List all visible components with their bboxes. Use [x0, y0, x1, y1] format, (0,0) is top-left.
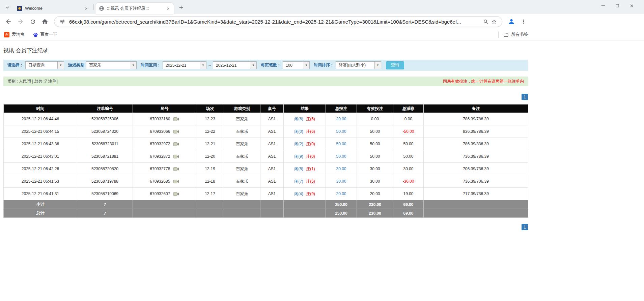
- tab-welcome[interactable]: Welcome: [13, 3, 92, 14]
- search-button[interactable]: 查询: [386, 61, 404, 69]
- page-number-button[interactable]: 1: [522, 94, 528, 100]
- site-settings-icon[interactable]: [58, 18, 66, 26]
- cell-payout: -50.00: [393, 125, 424, 138]
- filter-bar: 请选择： 日期查询 ▼ 游戏类别 百家乐 ▼ 时间区间： 2025-12-21 …: [3, 60, 528, 71]
- cell-table: AS1: [260, 113, 284, 125]
- refresh-button[interactable]: [27, 16, 38, 27]
- subtotal-label: 小计: [4, 200, 77, 209]
- browser-toolbar: 66cxkj98.com/game/betrecord_search/kind3…: [0, 14, 644, 29]
- chevron-down-icon: [4, 4, 10, 10]
- cell-session: 12-22: [196, 125, 224, 138]
- profile-avatar[interactable]: [506, 16, 517, 27]
- round-number-text: 670932607: [150, 191, 170, 196]
- cell-table: AS1: [260, 138, 284, 150]
- video-replay-icon[interactable]: [173, 129, 179, 134]
- bookmark-aitaobao[interactable]: 淘 爱淘宝: [4, 32, 25, 37]
- date-start-input[interactable]: 2025-12-21 ▼: [163, 61, 206, 69]
- cell-round-number: 670933160: [133, 113, 196, 125]
- cell-total-bet[interactable]: 20.00: [326, 188, 357, 200]
- video-replay-icon[interactable]: [173, 179, 179, 184]
- cell-note: 786.39/786.39: [424, 113, 528, 125]
- query-type-select[interactable]: 日期查询 ▼: [25, 61, 64, 69]
- bookmark-baidu[interactable]: 百度一下: [33, 32, 57, 37]
- result-banker: 庄(5): [306, 179, 315, 184]
- dropdown-arrow-icon: ▼: [250, 62, 256, 69]
- cell-result: 闲(4) 庄(9): [284, 188, 326, 200]
- maximize-button[interactable]: [610, 0, 624, 11]
- dropdown-arrow-icon: ▼: [130, 62, 136, 69]
- sort-select[interactable]: 降幂(由大到小) ▼: [336, 61, 381, 69]
- cell-bet-number: 523058725306: [77, 113, 133, 125]
- cell-total-bet[interactable]: 50.00: [326, 125, 357, 138]
- cell-total-bet[interactable]: 20.00: [326, 113, 357, 125]
- cell-total-bet[interactable]: 50.00: [326, 150, 357, 163]
- cell-total-bet[interactable]: 30.00: [326, 163, 357, 175]
- window-controls: [596, 0, 639, 11]
- address-bar[interactable]: 66cxkj98.com/game/betrecord_search/kind3…: [54, 16, 502, 27]
- cell-round-number: 670932607: [133, 188, 196, 200]
- home-button[interactable]: [39, 16, 51, 27]
- date-end-input[interactable]: 2025-12-21 ▼: [213, 61, 257, 69]
- all-bookmarks-label: 所有书签: [511, 32, 528, 37]
- cell-session: 12-19: [196, 163, 224, 175]
- column-header-table: 桌号: [260, 104, 284, 113]
- grand-total-row: 总计 7 250.00 230.00 69.00: [4, 209, 528, 218]
- forward-button[interactable]: [15, 16, 26, 27]
- result-banker: 庄(9): [306, 191, 315, 196]
- all-bookmarks-button[interactable]: 所有书签: [498, 32, 528, 38]
- summary-bar: 币别 : 人民币 | 总共 :7 注单 | 同局有效投注，统一计算在该局第一张注…: [3, 77, 528, 86]
- cell-round-number: 670933066: [133, 125, 196, 138]
- video-replay-icon[interactable]: [173, 142, 179, 146]
- page-size-select[interactable]: 100 ▼: [283, 61, 310, 69]
- cell-session: 12-21: [196, 138, 224, 150]
- minimize-button[interactable]: [596, 0, 610, 11]
- round-number-text: 670933066: [150, 129, 170, 134]
- cell-bet-number: 523058723011: [77, 138, 133, 150]
- cell-table: AS1: [260, 175, 284, 188]
- cell-bet-number: 523058724320: [77, 125, 133, 138]
- cell-result: 闲(6) 庄(6): [284, 113, 326, 125]
- cell-result: 闲(0) 庄(6): [284, 125, 326, 138]
- table-row: 2025-12-21 06:41:31 523058719069 6709326…: [4, 188, 528, 200]
- cell-total-bet[interactable]: 30.00: [326, 175, 357, 188]
- browser-menu-button[interactable]: [518, 16, 529, 27]
- page-number-button[interactable]: 1: [522, 224, 528, 230]
- grand-total-valid-bet: 230.00: [357, 209, 393, 218]
- cell-note: 706.39/736.39: [424, 163, 528, 175]
- cell-game-type: 百家乐: [224, 150, 260, 163]
- cell-payout: 19.00: [393, 188, 424, 200]
- cell-payout: -30.00: [393, 175, 424, 188]
- cell-note: 736.39/786.39: [424, 150, 528, 163]
- tab-close-icon[interactable]: [83, 6, 89, 11]
- video-replay-icon[interactable]: [173, 192, 179, 196]
- video-replay-icon[interactable]: [173, 117, 179, 121]
- tab-search-button[interactable]: [3, 3, 12, 12]
- game-type-label: 游戏类别: [68, 62, 84, 68]
- tab-bet-records[interactable]: :::视讯 会员下注纪录:::: [95, 3, 174, 14]
- result-player: 闲(0): [294, 129, 303, 134]
- cell-game-type: 百家乐: [224, 138, 260, 150]
- pagination-top: 1: [3, 94, 528, 100]
- zoom-icon[interactable]: [482, 18, 490, 26]
- pagination-bottom: 1: [3, 224, 528, 230]
- grand-total-total-bet: 250.00: [326, 209, 357, 218]
- query-type-label: 请选择：: [7, 62, 24, 68]
- column-header-game-type: 游戏类别: [224, 104, 260, 113]
- cell-game-type: 百家乐: [224, 188, 260, 200]
- sort-label: 时间排序：: [314, 62, 334, 68]
- taobao-icon: 淘: [4, 32, 9, 37]
- game-type-select[interactable]: 百家乐 ▼: [86, 61, 137, 69]
- back-button[interactable]: [3, 16, 14, 27]
- video-replay-icon[interactable]: [173, 167, 179, 171]
- new-tab-button[interactable]: [176, 3, 186, 12]
- video-replay-icon[interactable]: [173, 154, 179, 159]
- tab-close-icon[interactable]: [165, 6, 171, 11]
- cell-total-bet[interactable]: 50.00: [326, 138, 357, 150]
- bookmark-label: 爱淘宝: [12, 32, 25, 37]
- tab-title: Welcome: [25, 6, 83, 11]
- bookmark-star-icon[interactable]: [490, 18, 498, 26]
- cell-round-number: 670932778: [133, 163, 196, 175]
- cell-time: 2025-12-21 06:43:36: [4, 138, 77, 150]
- close-window-button[interactable]: [624, 0, 639, 11]
- browser-tab-strip: Welcome :::视讯 会员下注纪录:::: [0, 0, 644, 14]
